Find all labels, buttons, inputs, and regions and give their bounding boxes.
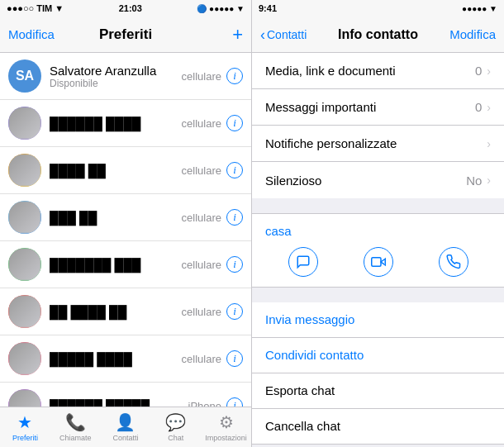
right-modifica-button[interactable]: Modifica <box>449 27 496 41</box>
chiamate-tab-label: Chiamate <box>59 434 92 442</box>
left-title: Preferiti <box>99 26 152 43</box>
contact-action-icons <box>265 247 491 277</box>
contact-type: cellulare <box>182 259 221 271</box>
contact-row[interactable]: ███████ ███ cellulare i <box>0 241 251 288</box>
info-row[interactable]: Silenzioso No › <box>252 162 504 198</box>
info-row[interactable]: Messaggi importanti 0 › <box>252 89 504 126</box>
back-label: Contatti <box>267 28 307 41</box>
impostazioni-tab-label: Impostazioni <box>205 434 247 442</box>
contact-row[interactable]: ██ ████ ██ cellulare i <box>0 288 251 335</box>
contatti-tab-icon: 👤 <box>115 412 136 432</box>
info-icon-button[interactable]: i <box>226 397 243 407</box>
contact-name: █████ ████ <box>50 352 182 366</box>
info-row[interactable]: Media, link e documenti 0 › <box>252 53 504 89</box>
contact-info: ████ ██ <box>50 164 182 178</box>
contact-name: Salvatore Aranzulla <box>50 64 182 78</box>
left-panel: ●●●○○ TIM ▼ 21:03 🔵 ●●●●● ▼ Modifica Pre… <box>0 0 252 447</box>
info-icon-button[interactable]: i <box>226 115 243 131</box>
contact-type: cellulare <box>182 212 221 224</box>
back-chevron-icon: ‹ <box>260 27 265 42</box>
action-btn-row[interactable]: Invia messaggio <box>252 302 504 338</box>
tab-chat[interactable]: 💬 Chat <box>150 412 201 442</box>
avatar-blur <box>8 295 41 328</box>
left-time: 21:03 <box>119 3 142 13</box>
avatar <box>8 295 41 328</box>
left-header-inner: Modifica Preferiti + <box>8 26 243 44</box>
contact-info: Salvatore Aranzulla Disponibile <box>50 64 182 89</box>
right-icons: ●●●●● ▼ <box>462 4 497 13</box>
left-carrier: ●●●○○ TIM ▼ <box>7 3 64 13</box>
chat-tab-icon: 💬 <box>165 412 186 432</box>
divider-2 <box>252 288 504 302</box>
chat-tab-label: Chat <box>168 434 183 442</box>
info-section: Media, link e documenti 0 › Messaggi imp… <box>252 53 504 198</box>
contatti-tab-label: Contatti <box>112 434 138 442</box>
info-icon-button[interactable]: i <box>226 162 243 178</box>
chevron-icon: › <box>487 101 491 114</box>
contact-type: cellulare <box>182 164 221 177</box>
tab-preferiti[interactable]: ★ Preferiti <box>0 412 50 442</box>
right-status-bar: 9:41 ●●●●● ▼ <box>252 0 504 17</box>
action-btn-row[interactable]: Condividi contatto <box>252 338 504 373</box>
contact-row[interactable]: ██████ ████ cellulare i <box>0 100 251 147</box>
avatar <box>8 154 41 187</box>
info-icon-button[interactable]: i <box>226 303 243 320</box>
info-icon-button[interactable]: i <box>226 209 243 226</box>
contact-row[interactable]: ██████ █████ iPhone i <box>0 383 251 407</box>
info-row-label: Media, link e documenti <box>265 64 475 78</box>
avatar <box>8 107 41 140</box>
action-btn-label: Condividi contatto <box>265 348 364 362</box>
contact-name: ██ ████ ██ <box>50 305 182 319</box>
avatar-blur <box>8 248 41 281</box>
info-icon-button[interactable]: i <box>226 256 243 273</box>
contact-name: ███ ██ <box>50 211 182 225</box>
call-action-button[interactable] <box>439 247 468 277</box>
preferiti-tab-label: Preferiti <box>12 434 38 442</box>
info-row-label: Messaggi importanti <box>265 100 475 114</box>
info-icon-button[interactable]: i <box>226 350 243 367</box>
info-row-value: No <box>466 174 482 188</box>
action-btn-row[interactable]: Esporta chat <box>252 373 504 409</box>
modifica-button[interactable]: Modifica <box>8 27 55 41</box>
svg-rect-1 <box>371 258 380 267</box>
chevron-icon: › <box>487 174 491 187</box>
info-row-label: Silenzioso <box>265 174 466 188</box>
back-button[interactable]: ‹ Contatti <box>260 27 307 42</box>
contact-name: ██████ ████ <box>50 117 182 131</box>
contact-label: casa <box>265 224 292 238</box>
contact-row[interactable]: █████ ████ cellulare i <box>0 335 251 383</box>
video-action-button[interactable] <box>364 247 393 277</box>
tab-contatti[interactable]: 👤 Contatti <box>101 412 151 442</box>
avatar: SA <box>8 59 41 93</box>
contact-type: iPhone <box>188 400 221 407</box>
avatar-blur <box>8 154 41 187</box>
contact-info: ███ ██ <box>50 211 182 225</box>
contact-info: ██████ █████ <box>50 399 188 407</box>
contacts-list: SA Salvatore Aranzulla Disponibile cellu… <box>0 53 251 407</box>
avatar-initials: SA <box>16 69 34 83</box>
action-btn-row[interactable]: Cancella chat <box>252 409 504 445</box>
avatar-blur <box>8 201 41 234</box>
preferiti-tab-icon: ★ <box>17 412 32 432</box>
avatar-blur <box>8 107 41 140</box>
contact-row[interactable]: ███ ██ cellulare i <box>0 194 251 241</box>
avatar <box>8 389 41 407</box>
contact-row[interactable]: SA Salvatore Aranzulla Disponibile cellu… <box>0 53 251 100</box>
message-action-button[interactable] <box>288 247 318 277</box>
action-btn-label: Invia messaggio <box>265 312 354 326</box>
info-row[interactable]: Notifiche personalizzate › <box>252 126 504 162</box>
info-icon-button[interactable]: i <box>226 68 243 84</box>
contact-info: ██████ ████ <box>50 117 182 131</box>
action-btn-label: Esporta chat <box>265 383 335 397</box>
tab-impostazioni[interactable]: ⚙ Impostazioni <box>201 412 251 442</box>
chevron-icon: › <box>487 64 491 78</box>
contact-info: █████ ████ <box>50 352 182 366</box>
tab-chiamate[interactable]: 📞 Chiamate <box>50 412 101 442</box>
svg-marker-0 <box>381 259 385 265</box>
right-content: Media, link e documenti 0 › Messaggi imp… <box>252 53 504 447</box>
contact-row[interactable]: ████ ██ cellulare i <box>0 147 251 194</box>
add-contact-button[interactable]: + <box>232 26 243 44</box>
avatar-blur <box>8 342 41 375</box>
avatar <box>8 342 41 375</box>
right-time: 9:41 <box>259 3 277 13</box>
